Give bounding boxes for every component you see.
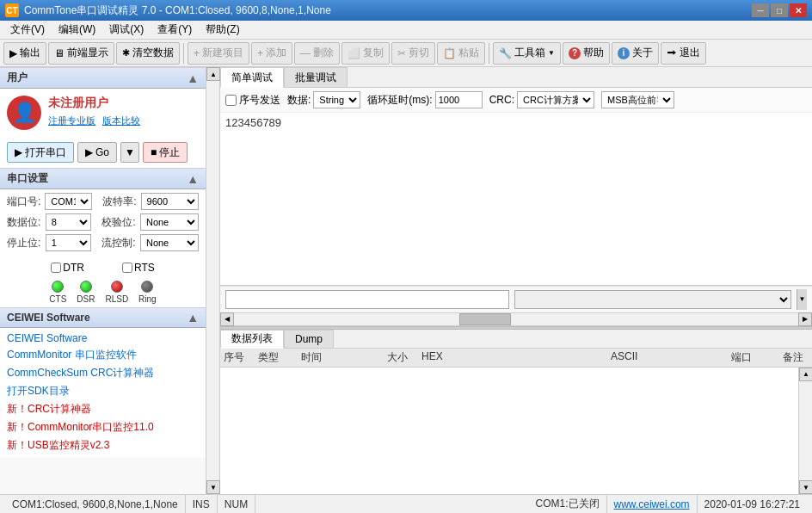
data-option: 数据: String HEX xyxy=(287,91,360,108)
seq-send-checkbox[interactable] xyxy=(225,95,237,106)
stop-button[interactable]: ■ 停止 xyxy=(143,142,188,163)
crc-select[interactable]: CRC计算方案 CRC16 xyxy=(517,91,594,108)
main-layout: 用户 ▲ 👤 未注册用户 注册专业版 版本比较 ▶ xyxy=(0,67,812,494)
add-button[interactable]: + 添加 xyxy=(251,42,292,65)
dtr-checkbox[interactable] xyxy=(51,263,61,273)
data-select[interactable]: String HEX xyxy=(313,91,360,108)
msb-select[interactable]: MSB高位前导 LSB低位前导 xyxy=(601,91,674,108)
flow-label: 流控制: xyxy=(102,236,137,250)
cut-button[interactable]: ✂ 剪切 xyxy=(391,42,435,65)
right-scroll-up-button[interactable]: ▲ xyxy=(799,368,812,381)
link-commmonitor11[interactable]: 新！CommMonitor串口监控11.0 xyxy=(7,419,199,436)
status-num: NUM xyxy=(218,495,255,513)
minimize-button[interactable]: ─ xyxy=(752,3,769,17)
tab-bar: 简单调试 批量调试 xyxy=(220,67,812,88)
databits-label: 数据位: xyxy=(7,215,42,230)
output-button[interactable]: ▶ 输出 xyxy=(3,42,46,65)
dtr-group: DTR xyxy=(51,262,84,274)
link-ceiwei[interactable]: CEIWEI Software xyxy=(7,331,199,345)
right-scroll-down-button[interactable]: ▼ xyxy=(799,480,812,494)
loop-delay-input[interactable] xyxy=(435,91,483,108)
delete-button[interactable]: — 删除 xyxy=(294,42,340,65)
ceiwei-section-header: CEIWEI Software ▲ xyxy=(0,307,206,328)
crc-option: CRC: CRC计算方案 CRC16 xyxy=(489,91,594,108)
about-icon: i xyxy=(618,47,630,59)
clear-button[interactable]: ✱ 清空数据 xyxy=(116,42,180,65)
baud-select[interactable]: 9600 xyxy=(141,193,199,210)
go-dropdown-button[interactable]: ▼ xyxy=(120,142,139,163)
flow-select[interactable]: None xyxy=(140,234,199,251)
menu-edit[interactable]: 编辑(W) xyxy=(52,21,102,39)
help-button[interactable]: ? 帮助 xyxy=(563,42,610,65)
frontend-button[interactable]: 🖥 前端显示 xyxy=(48,42,114,65)
rts-group: RTS xyxy=(122,262,155,274)
parity-select[interactable]: None xyxy=(140,213,199,231)
close-button[interactable]: ✕ xyxy=(790,3,807,17)
title-bar: CT CommTone串口调试精灵 7.0 - COM1:Closed, 960… xyxy=(0,0,812,21)
help-icon: ? xyxy=(569,47,581,59)
link-usb[interactable]: 新！USB监控精灵v2.3 xyxy=(7,437,199,454)
user-section: 👤 未注册用户 注册专业版 版本比较 xyxy=(0,89,206,137)
ceiwei-collapse-button[interactable]: ▲ xyxy=(187,311,199,324)
stopbits-select[interactable]: 1 xyxy=(46,234,92,251)
status-website[interactable]: www.ceiwei.com xyxy=(607,495,698,513)
scroll-left-button[interactable]: ◀ xyxy=(220,312,234,326)
port-settings-header: 串口设置 ▲ xyxy=(0,168,206,189)
link-sdk[interactable]: 打开SDK目录 xyxy=(7,383,199,399)
data-content xyxy=(220,368,798,495)
tab-simple[interactable]: 简单调试 xyxy=(220,67,284,88)
user-name: 未注册用户 xyxy=(48,96,140,111)
tab-datalist[interactable]: 数据列表 xyxy=(220,330,284,349)
toolbox-button[interactable]: 🔧 工具箱 ▼ xyxy=(493,42,561,65)
output-icon: ▶ xyxy=(9,47,17,59)
input-area[interactable]: 123456789 xyxy=(220,113,812,286)
databits-select[interactable]: 8 xyxy=(46,213,92,231)
window-title: CommTone串口调试精灵 7.0 - COM1:Closed, 9600,8… xyxy=(24,3,331,18)
copy-button[interactable]: ⬜ 复制 xyxy=(341,42,390,65)
right-scrollbar-track[interactable] xyxy=(799,381,812,481)
port-select[interactable]: COM1 xyxy=(45,193,92,210)
tab-dump[interactable]: Dump xyxy=(284,330,334,348)
open-port-button[interactable]: ▶ 打开串口 xyxy=(7,142,74,163)
tab-batch[interactable]: 批量调试 xyxy=(284,67,348,87)
scroll-right-button[interactable]: ▶ xyxy=(798,312,812,326)
dsr-group: DSR xyxy=(77,281,95,304)
left-scrollbar: ▲ ▼ xyxy=(206,67,220,494)
scroll-up-button[interactable]: ▲ xyxy=(206,67,220,81)
status-indicators: CTS DSR RLSD Ring xyxy=(0,277,206,307)
rlsd-group: RLSD xyxy=(105,281,128,304)
h-scrollbar-thumb[interactable] xyxy=(459,313,511,325)
user-collapse-button[interactable]: ▲ xyxy=(187,71,199,85)
cts-group: CTS xyxy=(49,281,66,304)
clear-icon: ✱ xyxy=(122,47,130,59)
register-link[interactable]: 注册专业版 xyxy=(48,114,95,127)
send-area: ▼ xyxy=(220,286,812,312)
send-options-select[interactable] xyxy=(514,290,791,309)
status-datetime: 2020-01-09 16:27:21 xyxy=(698,495,807,513)
ring-group: Ring xyxy=(138,281,157,304)
maximize-button[interactable]: □ xyxy=(771,3,788,17)
rlsd-light xyxy=(111,281,123,293)
paste-button[interactable]: 📋 粘贴 xyxy=(437,42,485,65)
rts-checkbox[interactable] xyxy=(122,263,132,273)
link-crc[interactable]: 新！CRC计算神器 xyxy=(7,401,199,417)
go-button[interactable]: ▶ Go xyxy=(77,142,117,163)
send-dropdown-button[interactable]: ▼ xyxy=(797,289,807,310)
menu-file[interactable]: 文件(V) xyxy=(3,21,52,39)
scroll-down-button[interactable]: ▼ xyxy=(206,480,220,494)
right-scrollbar: ▲ ▼ xyxy=(798,368,812,495)
about-button[interactable]: i 关于 xyxy=(612,42,659,65)
menu-view[interactable]: 查看(Y) xyxy=(151,21,199,39)
link-commchecksum[interactable]: CommCheckSum CRC计算神器 xyxy=(7,365,199,381)
link-commmonitor[interactable]: CommMonitor 串口监控软件 xyxy=(7,347,199,363)
menu-debug[interactable]: 调试(X) xyxy=(102,21,151,39)
send-input[interactable] xyxy=(225,290,509,309)
frontend-icon: 🖥 xyxy=(54,47,65,59)
compare-link[interactable]: 版本比较 xyxy=(102,114,140,127)
menu-help[interactable]: 帮助(Z) xyxy=(199,21,246,39)
new-project-button[interactable]: + 新建项目 xyxy=(188,42,249,65)
exit-button[interactable]: ⮕ 退出 xyxy=(661,42,706,65)
port-settings-collapse-button[interactable]: ▲ xyxy=(187,172,199,186)
port-controls: ▶ 打开串口 ▶ Go ▼ ■ 停止 xyxy=(0,137,206,168)
right-content: 简单调试 批量调试 序号发送 数据: String xyxy=(220,67,812,494)
